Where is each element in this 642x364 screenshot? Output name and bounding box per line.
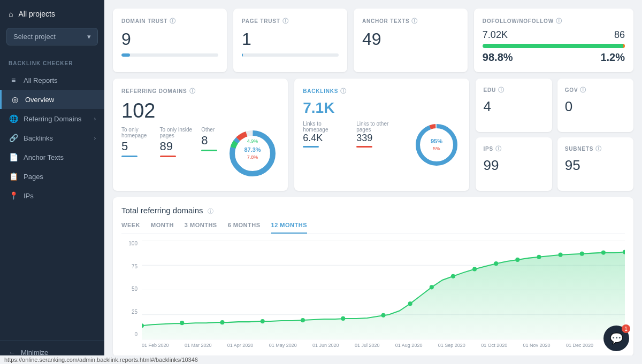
bl-sub-homepage: Links to homepage 6.4K bbox=[303, 121, 346, 171]
x-label-5: 01 Jul 2020 bbox=[355, 343, 380, 348]
backlinks-info-icon[interactable]: ⓘ bbox=[340, 87, 347, 95]
section-label: BACKLINK CHECKER bbox=[0, 54, 104, 71]
small-stats-grid: EDU ⓘ 4 GOV ⓘ 0 IPS ⓘ 99 bbox=[476, 79, 633, 191]
chart-info-icon[interactable]: ⓘ bbox=[208, 208, 213, 214]
sidebar-item-referring-domains[interactable]: 🌐 Referring Domains › bbox=[0, 109, 104, 128]
dot bbox=[559, 253, 563, 257]
sidebar-item-referring-domains-label: Referring Domains bbox=[24, 115, 81, 123]
dofollow-card: DOFOLLOW/NOFOLLOW ⓘ 7.02K 86 98.8% 1.2% bbox=[474, 9, 633, 72]
domain-trust-value: 9 bbox=[121, 29, 218, 49]
dofollow-orange-bar bbox=[623, 44, 625, 48]
sidebar: ⌂ All projects Select project ▾ BACKLINK… bbox=[0, 0, 104, 364]
anchor-texts-value: 49 bbox=[362, 29, 459, 49]
ref-stat-line-other bbox=[201, 150, 217, 151]
y-25: 25 bbox=[132, 309, 137, 315]
domain-trust-label: DOMAIN TRUST ⓘ bbox=[121, 17, 218, 25]
anchor-texts-info-icon[interactable]: ⓘ bbox=[411, 17, 418, 25]
pages-icon: 📋 bbox=[9, 172, 18, 181]
dot bbox=[472, 267, 477, 271]
dot bbox=[537, 255, 541, 259]
edu-info-icon[interactable]: ⓘ bbox=[498, 86, 505, 94]
circle-icon: ◎ bbox=[10, 95, 20, 104]
ref-stat-inside: To only inside pages 89 bbox=[160, 127, 193, 157]
svg-text:4.9%: 4.9% bbox=[247, 138, 258, 144]
page-trust-info-icon[interactable]: ⓘ bbox=[282, 17, 289, 25]
dot bbox=[341, 316, 345, 321]
y-0: 0 bbox=[134, 331, 137, 337]
referring-domains-card: REFERRING DOMAINS ⓘ 102 To only homepage… bbox=[113, 79, 288, 191]
project-select[interactable]: Select project ▾ bbox=[6, 28, 98, 45]
dofollow-left-pct: 98.8% bbox=[483, 51, 513, 64]
main-content: DOMAIN TRUST ⓘ 9 PAGE TRUST ⓘ 1 ANCHOR T… bbox=[104, 0, 642, 364]
page-trust-card: PAGE TRUST ⓘ 1 bbox=[233, 9, 347, 72]
dot bbox=[515, 258, 519, 262]
ips-card: IPS ⓘ 99 bbox=[476, 137, 552, 191]
referring-domains-info-icon[interactable]: ⓘ bbox=[189, 87, 196, 95]
sidebar-item-ips[interactable]: 📍 IPs bbox=[0, 186, 104, 205]
sidebar-item-anchor-texts[interactable]: 📄 Anchor Texts bbox=[0, 148, 104, 167]
dofollow-left-count: 7.02K bbox=[483, 29, 508, 41]
ips-label: IPS ⓘ bbox=[483, 145, 544, 153]
chat-button[interactable]: 💬 1 bbox=[603, 326, 629, 351]
edu-value: 4 bbox=[483, 98, 544, 115]
dot bbox=[408, 301, 412, 306]
sidebar-item-overview[interactable]: ◎ Overview bbox=[0, 90, 104, 109]
x-label-8: 01 Oct 2020 bbox=[481, 343, 507, 348]
subnets-label: SUBNETS ⓘ bbox=[565, 145, 626, 153]
page-trust-value: 1 bbox=[242, 29, 339, 49]
tab-week[interactable]: WEEK bbox=[121, 222, 140, 234]
bl-sub-other-pages: Links to other pages 339 bbox=[356, 121, 402, 171]
x-label-7: 01 Sep 2020 bbox=[438, 343, 465, 348]
subnets-card: SUBNETS ⓘ 95 bbox=[557, 137, 633, 191]
chat-badge: 1 bbox=[622, 324, 630, 333]
anchor-texts-label: ANCHOR TEXTS ⓘ bbox=[362, 17, 459, 25]
tab-12months[interactable]: 12 MONTHS bbox=[271, 222, 307, 234]
y-axis-labels: 100 75 50 25 0 bbox=[121, 241, 137, 348]
backlinks-sub-stats: Links to homepage 6.4K Links to other pa… bbox=[303, 121, 461, 171]
tab-3months[interactable]: 3 MONTHS bbox=[185, 222, 217, 234]
dofollow-header: 7.02K 86 bbox=[483, 29, 625, 41]
chart-tabs: WEEK MONTH 3 MONTHS 6 MONTHS 12 MONTHS bbox=[121, 222, 625, 234]
chart-svg-wrap: 01 Feb 2020 01 Mar 2020 01 Apr 2020 01 M… bbox=[142, 241, 625, 348]
referring-domains-donut: 87.3% 7.8% 4.9% bbox=[226, 127, 279, 182]
edu-label: EDU ⓘ bbox=[483, 86, 544, 94]
dot bbox=[220, 320, 224, 324]
ips-info-icon[interactable]: ⓘ bbox=[495, 145, 502, 153]
link-icon: 🔗 bbox=[9, 134, 18, 142]
gov-info-icon[interactable]: ⓘ bbox=[580, 86, 586, 94]
x-label-3: 01 May 2020 bbox=[269, 343, 297, 348]
sidebar-item-ips-label: IPs bbox=[24, 192, 34, 200]
project-select-label: Select project bbox=[13, 33, 56, 41]
referring-domains-stats: To only homepage 5 To only inside pages … bbox=[121, 127, 279, 182]
x-label-10: 01 Dec 2020 bbox=[566, 343, 593, 348]
domain-trust-info-icon[interactable]: ⓘ bbox=[170, 17, 176, 25]
sidebar-item-anchor-texts-label: Anchor Texts bbox=[24, 153, 64, 161]
sidebar-item-backlinks-label: Backlinks bbox=[24, 134, 53, 142]
dot bbox=[381, 313, 385, 317]
edu-card: EDU ⓘ 4 bbox=[476, 79, 552, 132]
chevron-right-icon: › bbox=[94, 116, 96, 122]
all-projects-header[interactable]: ⌂ All projects bbox=[0, 0, 104, 28]
sidebar-item-all-reports[interactable]: ≡ All Reports bbox=[0, 71, 104, 90]
chart-title: Total referring domains ⓘ bbox=[121, 206, 625, 215]
tab-6months[interactable]: 6 MONTHS bbox=[228, 222, 261, 234]
dot bbox=[301, 318, 305, 322]
sidebar-item-pages[interactable]: 📋 Pages bbox=[0, 167, 104, 186]
status-url: https://online.seranking.com/admin.backl… bbox=[4, 357, 198, 363]
sidebar-item-backlinks[interactable]: 🔗 Backlinks › bbox=[0, 128, 104, 148]
dot bbox=[430, 285, 434, 289]
dot bbox=[580, 252, 584, 256]
sidebar-item-overview-label: Overview bbox=[25, 96, 54, 104]
sidebar-item-all-reports-label: All Reports bbox=[24, 76, 58, 84]
all-projects-label: All projects bbox=[18, 10, 55, 18]
chevron-down-icon: ▾ bbox=[87, 33, 91, 41]
bl-line-homepage bbox=[303, 146, 319, 148]
dofollow-info-icon[interactable]: ⓘ bbox=[556, 17, 562, 25]
x-label-4: 01 Jun 2020 bbox=[312, 343, 339, 348]
y-50: 50 bbox=[132, 286, 137, 292]
subnets-info-icon[interactable]: ⓘ bbox=[595, 145, 602, 153]
tab-month[interactable]: MONTH bbox=[151, 222, 174, 234]
gov-value: 0 bbox=[565, 98, 626, 115]
x-label-6: 01 Aug 2020 bbox=[395, 343, 423, 348]
chart-body: 100 75 50 25 0 bbox=[121, 241, 625, 348]
